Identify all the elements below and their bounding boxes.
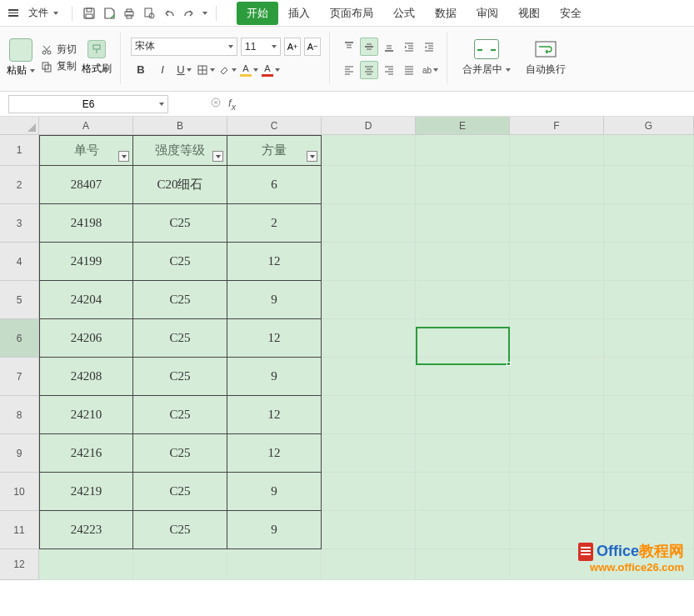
cell-A3[interactable]: 24198 bbox=[39, 204, 133, 243]
cell-B4[interactable]: C25 bbox=[133, 243, 227, 281]
merge-center-button[interactable]: 合并居中 bbox=[457, 39, 516, 77]
col-header-F[interactable]: F bbox=[510, 117, 604, 135]
cell-B10[interactable]: C25 bbox=[133, 473, 227, 511]
row-header[interactable]: 3 bbox=[0, 204, 39, 243]
cell-A6[interactable]: 24206 bbox=[39, 319, 133, 358]
cell-E4[interactable] bbox=[416, 243, 510, 281]
cell-D4[interactable] bbox=[322, 243, 416, 281]
cell-A10[interactable]: 24219 bbox=[39, 473, 133, 511]
tab-4[interactable]: 数据 bbox=[425, 2, 467, 25]
cell-F8[interactable] bbox=[510, 396, 604, 434]
row-header[interactable]: 1 bbox=[0, 135, 39, 166]
cell-D2[interactable] bbox=[322, 166, 416, 204]
redo-icon[interactable] bbox=[181, 5, 197, 22]
row-header[interactable]: 8 bbox=[0, 396, 39, 434]
cell-A9[interactable]: 24216 bbox=[39, 434, 133, 473]
col-header-A[interactable]: A bbox=[39, 117, 133, 135]
cell-A11[interactable]: 24223 bbox=[39, 511, 133, 549]
cell-B11[interactable]: C25 bbox=[133, 511, 227, 549]
highlight-button[interactable]: A bbox=[239, 61, 259, 79]
cell-A8[interactable]: 24210 bbox=[39, 396, 133, 434]
cell-F2[interactable] bbox=[510, 166, 604, 204]
cell-C2[interactable]: 6 bbox=[227, 166, 322, 204]
cell-A5[interactable]: 24204 bbox=[39, 281, 133, 319]
cell-E7[interactable] bbox=[416, 358, 510, 396]
cell-A7[interactable]: 24208 bbox=[39, 358, 133, 396]
cell-B9[interactable]: C25 bbox=[133, 434, 227, 473]
cell-B1[interactable]: 强度等级 bbox=[133, 135, 227, 166]
cell-E9[interactable] bbox=[416, 434, 510, 473]
row-header[interactable]: 11 bbox=[0, 511, 39, 549]
cancel-formula-icon[interactable] bbox=[210, 97, 222, 111]
col-header-G[interactable]: G bbox=[604, 117, 694, 135]
cell-F4[interactable] bbox=[510, 243, 604, 281]
cell-E6[interactable] bbox=[416, 319, 510, 358]
row-header[interactable]: 6 bbox=[0, 319, 39, 358]
cell-D6[interactable] bbox=[322, 319, 416, 358]
cell-A12[interactable] bbox=[39, 549, 133, 580]
tab-7[interactable]: 安全 bbox=[550, 2, 592, 25]
cell-G2[interactable] bbox=[604, 166, 694, 204]
increase-indent-button[interactable] bbox=[420, 38, 438, 56]
cell-E5[interactable] bbox=[416, 281, 510, 319]
cell-E11[interactable] bbox=[416, 511, 510, 549]
cell-D10[interactable] bbox=[322, 473, 416, 511]
col-header-C[interactable]: C bbox=[227, 117, 322, 135]
select-all-corner[interactable] bbox=[0, 117, 39, 135]
cell-F1[interactable] bbox=[510, 135, 604, 166]
cell-E1[interactable] bbox=[416, 135, 510, 166]
cell-F10[interactable] bbox=[510, 473, 604, 511]
border-button[interactable] bbox=[196, 61, 216, 79]
cell-E2[interactable] bbox=[416, 166, 510, 204]
align-middle-button[interactable] bbox=[360, 38, 378, 56]
font-size-select[interactable]: 11 bbox=[241, 38, 281, 56]
cell-B12[interactable] bbox=[133, 549, 227, 580]
align-top-button[interactable] bbox=[340, 38, 358, 56]
cell-C4[interactable]: 12 bbox=[227, 243, 322, 281]
cut-button[interactable]: 剪切 bbox=[40, 43, 77, 57]
cell-C12[interactable] bbox=[227, 549, 322, 580]
cell-A2[interactable]: 28407 bbox=[39, 166, 133, 204]
cell-C5[interactable]: 9 bbox=[227, 281, 322, 319]
row-header[interactable]: 7 bbox=[0, 358, 39, 396]
cell-F7[interactable] bbox=[510, 358, 604, 396]
filter-arrow[interactable] bbox=[118, 151, 129, 162]
decrease-font-button[interactable]: A− bbox=[304, 38, 321, 56]
copy-button[interactable]: 复制 bbox=[40, 59, 77, 73]
cell-D12[interactable] bbox=[322, 549, 416, 580]
cell-G5[interactable] bbox=[604, 281, 694, 319]
cell-B3[interactable]: C25 bbox=[133, 204, 227, 243]
cell-B5[interactable]: C25 bbox=[133, 281, 227, 319]
justify-button[interactable] bbox=[400, 61, 418, 79]
cell-D5[interactable] bbox=[322, 281, 416, 319]
cell-C8[interactable]: 12 bbox=[227, 396, 322, 434]
cell-A1[interactable]: 单号 bbox=[39, 135, 133, 166]
tab-1[interactable]: 插入 bbox=[278, 2, 320, 25]
cell-E8[interactable] bbox=[416, 396, 510, 434]
cell-D7[interactable] bbox=[322, 358, 416, 396]
tab-3[interactable]: 公式 bbox=[383, 2, 425, 25]
fill-color-button[interactable] bbox=[217, 61, 237, 79]
cell-C7[interactable]: 9 bbox=[227, 358, 322, 396]
align-left-button[interactable] bbox=[340, 61, 358, 79]
cell-B8[interactable]: C25 bbox=[133, 396, 227, 434]
cell-C11[interactable]: 9 bbox=[227, 511, 322, 549]
cell-F3[interactable] bbox=[510, 204, 604, 243]
align-bottom-button[interactable] bbox=[380, 38, 398, 56]
col-header-B[interactable]: B bbox=[133, 117, 227, 135]
cell-D9[interactable] bbox=[322, 434, 416, 473]
row-header[interactable]: 9 bbox=[0, 434, 39, 473]
decrease-indent-button[interactable] bbox=[400, 38, 418, 56]
cell-B7[interactable]: C25 bbox=[133, 358, 227, 396]
filter-arrow[interactable] bbox=[212, 151, 223, 162]
cell-C9[interactable]: 12 bbox=[227, 434, 322, 473]
cell-G1[interactable] bbox=[604, 135, 694, 166]
cell-B6[interactable]: C25 bbox=[133, 319, 227, 358]
cell-E12[interactable] bbox=[416, 549, 510, 580]
cell-G8[interactable] bbox=[604, 396, 694, 434]
cell-F9[interactable] bbox=[510, 434, 604, 473]
cell-G10[interactable] bbox=[604, 473, 694, 511]
orientation-button[interactable]: ab bbox=[420, 61, 438, 79]
col-header-D[interactable]: D bbox=[322, 117, 416, 135]
cell-E10[interactable] bbox=[416, 473, 510, 511]
